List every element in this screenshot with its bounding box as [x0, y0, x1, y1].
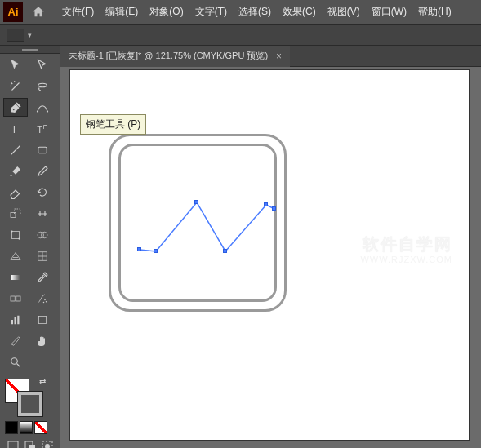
- svg-point-12: [38, 232, 44, 238]
- watermark-text: 软件自学网: [363, 233, 452, 255]
- fill-stroke-swatch[interactable]: ⇄: [5, 379, 42, 416]
- draw-behind-icon[interactable]: [22, 439, 38, 448]
- zoom-tool[interactable]: [3, 353, 28, 371]
- menu-help[interactable]: 帮助(H): [413, 2, 457, 22]
- direct-selection-tool[interactable]: [30, 55, 55, 74]
- tool-panel-grip[interactable]: [0, 46, 60, 54]
- svg-text:T: T: [37, 124, 42, 134]
- svg-rect-9: [12, 231, 20, 238]
- selection-tool[interactable]: [3, 55, 28, 74]
- artboard-tool[interactable]: [30, 310, 55, 329]
- paintbrush-tool[interactable]: [3, 162, 28, 180]
- home-icon[interactable]: [28, 3, 49, 21]
- color-mode-solid[interactable]: [5, 421, 18, 434]
- menu-view[interactable]: 视图(V): [323, 2, 365, 22]
- tool-panel: T T: [0, 46, 60, 448]
- svg-line-5: [11, 145, 20, 154]
- width-tool[interactable]: [30, 204, 55, 223]
- svg-rect-29: [29, 445, 35, 448]
- scale-tool[interactable]: [3, 204, 28, 223]
- color-mode-row: [0, 419, 60, 436]
- svg-line-26: [17, 363, 20, 366]
- type-tool[interactable]: T: [3, 119, 28, 138]
- menu-type[interactable]: 文字(T): [190, 2, 232, 22]
- color-mode-gradient[interactable]: [20, 421, 33, 434]
- pen-tool-tooltip: 钢笔工具 (P): [80, 114, 146, 135]
- svg-rect-27: [8, 441, 18, 448]
- curvature-tool[interactable]: [30, 98, 55, 117]
- svg-point-0: [13, 109, 15, 110]
- control-dropdown-icon[interactable]: ▾: [28, 31, 32, 39]
- svg-rect-22: [15, 317, 16, 324]
- color-mode-none[interactable]: [34, 421, 47, 434]
- anchor-point[interactable]: [223, 249, 227, 253]
- stroke-swatch[interactable]: [18, 392, 42, 416]
- symbol-sprayer-tool[interactable]: [30, 289, 55, 308]
- svg-point-19: [46, 301, 47, 303]
- pencil-tool[interactable]: [30, 162, 55, 180]
- anchor-point[interactable]: [264, 202, 268, 206]
- swap-fill-stroke-icon[interactable]: ⇄: [39, 377, 46, 386]
- draw-inside-icon[interactable]: [39, 439, 55, 448]
- svg-rect-23: [17, 315, 19, 324]
- empty-tool-slot: [30, 353, 55, 371]
- menu-bar: 文件(F) 编辑(E) 对象(O) 文字(T) 选择(S) 效果(C) 视图(V…: [57, 2, 457, 22]
- menu-edit[interactable]: 编辑(E): [100, 2, 143, 22]
- watermark-sub-text: WWW.RJZXW.COM: [360, 255, 452, 264]
- svg-point-2: [47, 110, 48, 112]
- svg-point-13: [42, 232, 48, 238]
- anchor-point[interactable]: [194, 200, 198, 204]
- svg-point-18: [44, 299, 46, 300]
- slice-tool[interactable]: [3, 331, 28, 350]
- svg-point-31: [45, 444, 50, 448]
- anchor-point[interactable]: [272, 206, 276, 211]
- magic-wand-tool[interactable]: [3, 77, 28, 95]
- lasso-tool[interactable]: [30, 77, 55, 95]
- mesh-tool[interactable]: [30, 246, 55, 265]
- pen-tool[interactable]: [3, 98, 28, 117]
- artwork-pen-path: [136, 193, 283, 274]
- anchor-point[interactable]: [154, 249, 158, 253]
- eraser-tool[interactable]: [3, 183, 28, 202]
- document-area: 未标题-1 [已恢复]* @ 121.75% (CMYK/GPU 预览) × 软…: [60, 46, 481, 448]
- menu-file[interactable]: 文件(F): [57, 2, 99, 22]
- svg-point-20: [43, 301, 45, 303]
- blend-tool[interactable]: [3, 289, 28, 308]
- svg-point-1: [37, 110, 38, 112]
- svg-point-10: [11, 230, 12, 232]
- rotate-tool[interactable]: [30, 183, 55, 202]
- tool-grid: T T: [0, 54, 60, 375]
- menu-object[interactable]: 对象(O): [145, 2, 188, 22]
- svg-rect-16: [11, 296, 15, 301]
- column-graph-tool[interactable]: [3, 310, 28, 329]
- draw-mode-row: [0, 437, 60, 448]
- eyedropper-tool[interactable]: [30, 268, 55, 286]
- control-strip: ▾: [0, 24, 481, 46]
- svg-rect-17: [16, 296, 20, 301]
- menu-effect[interactable]: 效果(C): [278, 2, 321, 22]
- svg-point-11: [18, 237, 20, 239]
- rectangle-tool[interactable]: [30, 140, 55, 159]
- perspective-tool[interactable]: [3, 246, 28, 265]
- document-tab-bar: 未标题-1 [已恢复]* @ 121.75% (CMYK/GPU 预览) ×: [60, 46, 481, 67]
- menu-window[interactable]: 窗口(W): [367, 2, 412, 22]
- free-transform-tool[interactable]: [3, 225, 28, 244]
- line-tool[interactable]: [3, 140, 28, 159]
- close-icon[interactable]: ×: [276, 51, 282, 62]
- draw-normal-icon[interactable]: [5, 439, 20, 448]
- svg-point-25: [11, 357, 18, 364]
- app-bar: Ai 文件(F) 编辑(E) 对象(O) 文字(T) 选择(S) 效果(C) 视…: [0, 0, 481, 24]
- document-tab[interactable]: 未标题-1 [已恢复]* @ 121.75% (CMYK/GPU 预览) ×: [60, 46, 290, 67]
- svg-rect-21: [11, 320, 13, 324]
- svg-text:T: T: [11, 123, 18, 135]
- svg-rect-6: [38, 147, 47, 153]
- menu-select[interactable]: 选择(S): [234, 2, 276, 22]
- hand-tool[interactable]: [30, 331, 55, 350]
- gradient-tool[interactable]: [3, 268, 28, 286]
- anchor-point[interactable]: [137, 247, 141, 251]
- touch-type-tool[interactable]: T: [30, 119, 55, 138]
- svg-rect-15: [11, 275, 20, 280]
- document-tab-label: 未标题-1 [已恢复]* @ 121.75% (CMYK/GPU 预览): [69, 50, 268, 62]
- control-select[interactable]: [7, 29, 24, 42]
- shape-builder-tool[interactable]: [30, 225, 55, 244]
